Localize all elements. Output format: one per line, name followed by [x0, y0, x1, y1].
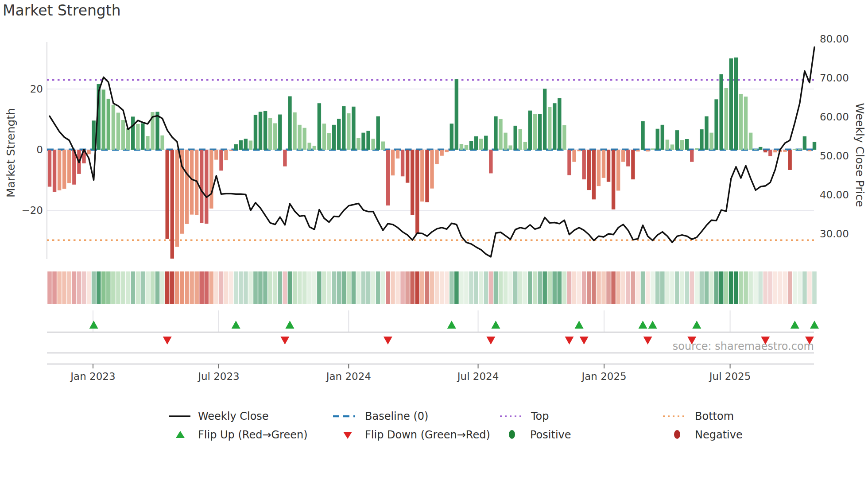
strength-bar: [709, 133, 713, 150]
flip-up-marker-icon: [447, 321, 456, 329]
strength-bar: [749, 133, 752, 150]
heatmap-cell: [410, 271, 415, 304]
heatmap-cell: [121, 271, 125, 304]
heatmap-cell: [386, 271, 390, 304]
strength-bar: [783, 150, 787, 152]
strength-bar: [602, 150, 605, 178]
heatmap-cell: [636, 271, 640, 304]
strength-bar: [690, 150, 694, 162]
strength-bar: [675, 130, 679, 150]
strength-bar: [773, 150, 777, 152]
heatmap-cell: [695, 271, 699, 304]
heatmap-cell: [146, 271, 150, 304]
heatmap-cell: [611, 271, 616, 304]
strength-bar: [661, 125, 664, 150]
heatmap-cell: [778, 271, 783, 304]
strength-bar: [371, 139, 375, 150]
strength-bar: [754, 149, 757, 150]
legend-label: Flip Up (Red→Green): [198, 429, 308, 441]
heatmap-cell: [469, 271, 473, 304]
strength-bar: [254, 115, 257, 150]
heatmap-cell: [445, 271, 449, 304]
left-tick-label: 20: [30, 83, 43, 95]
x-tick-label: Jan 2025: [581, 371, 626, 382]
heatmap-cell: [425, 271, 430, 304]
heatmap-cell: [528, 271, 532, 304]
strength-bar: [87, 150, 90, 154]
strength-bar: [298, 125, 301, 150]
heatmap-cell: [542, 271, 547, 304]
strength-bar: [160, 136, 164, 150]
heatmap-cell: [352, 271, 356, 304]
strength-bar: [131, 116, 135, 150]
heatmap-cell: [489, 271, 493, 304]
strength-bar: [406, 150, 409, 183]
strength-bar: [396, 150, 399, 159]
strength-bar: [48, 150, 51, 187]
heatmap-cell: [194, 271, 199, 304]
flip-down-marker-icon: [565, 337, 574, 345]
strength-bar: [499, 119, 502, 150]
heatmap-cell: [802, 271, 807, 304]
heatmap-cell: [655, 271, 660, 304]
strength-bar: [656, 129, 659, 150]
legend-flip-down-icon: [343, 432, 352, 439]
heatmap-cell: [459, 271, 464, 304]
strength-bar: [264, 111, 267, 150]
strength-bar: [695, 148, 698, 150]
heatmap-cell: [116, 271, 120, 304]
strength-bar: [705, 116, 708, 150]
legend-label: Top: [531, 410, 549, 422]
strength-bar: [558, 98, 561, 150]
heatmap-cell: [273, 271, 277, 304]
heatmap-cell: [558, 271, 562, 304]
strength-bar: [582, 150, 585, 179]
heatmap-cell: [768, 271, 773, 304]
heatmap-cell: [160, 271, 165, 304]
flip-down-marker-icon: [280, 337, 289, 345]
strength-bar: [322, 124, 326, 150]
heatmap-cell: [219, 271, 224, 304]
strength-bar: [759, 147, 762, 150]
heatmap-cell: [641, 271, 645, 304]
strength-bar: [116, 112, 120, 150]
strength-bar: [239, 140, 243, 150]
strength-bar: [386, 150, 390, 205]
heatmap-cell: [175, 271, 179, 304]
legend-label: Positive: [530, 429, 571, 441]
heatmap-cell: [758, 271, 763, 304]
strength-bar: [700, 129, 703, 150]
heatmap-cell: [151, 271, 155, 304]
strength-bar: [612, 150, 615, 209]
heatmap-cell: [126, 271, 130, 304]
strength-bar: [719, 74, 723, 150]
strength-bar: [205, 150, 208, 224]
flip-up-marker-icon: [232, 321, 240, 329]
strength-bar: [283, 150, 287, 167]
right-tick-label: 60.00: [820, 111, 849, 123]
heatmap-cell: [435, 271, 439, 304]
strength-bar: [744, 97, 748, 150]
flip-up-marker-icon: [648, 321, 657, 329]
strength-bar: [725, 88, 728, 150]
heatmap-cell: [253, 271, 258, 304]
strength-bar: [803, 136, 806, 150]
x-tick-label: Jul 2025: [709, 371, 751, 382]
heatmap-cell: [616, 271, 620, 304]
heatmap-cell: [523, 271, 527, 304]
heatmap-cell: [87, 271, 91, 304]
heatmap-cell: [504, 271, 508, 304]
strength-bar: [376, 116, 380, 150]
x-tick-label: Jul 2024: [457, 371, 499, 382]
strength-bar: [190, 150, 194, 215]
heatmap-cell: [739, 271, 743, 304]
heatmap-cell: [376, 271, 380, 304]
strength-bar: [793, 149, 797, 150]
heatmap-cell: [366, 271, 371, 304]
strength-bar: [342, 106, 345, 150]
strength-bar: [411, 150, 414, 215]
heatmap-cell: [798, 271, 802, 304]
strength-bar: [244, 139, 248, 150]
strength-bar: [592, 150, 596, 199]
strength-bar: [680, 140, 684, 150]
